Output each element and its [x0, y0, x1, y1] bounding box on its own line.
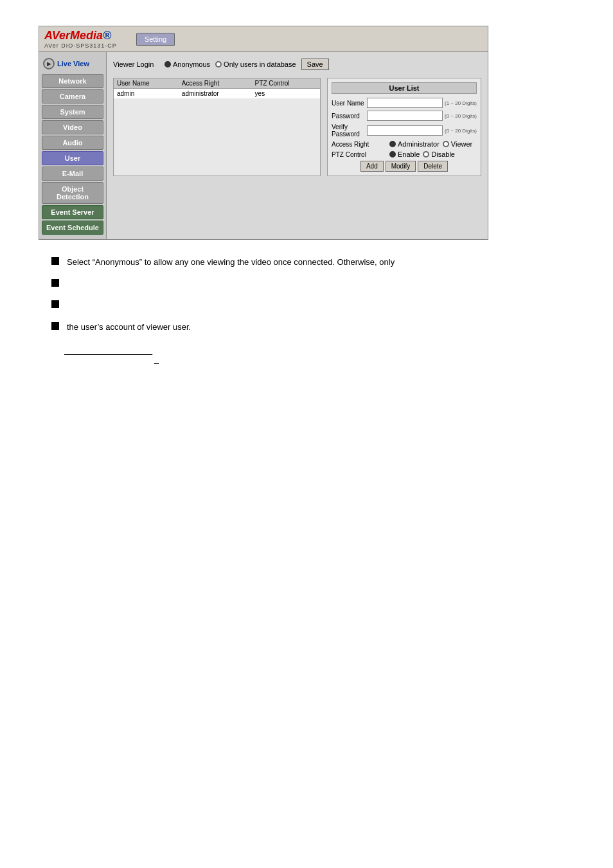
viewer-login-label: Viewer Login	[113, 60, 164, 68]
radio-disable-label: Disable	[431, 150, 455, 158]
password-label: Password	[332, 113, 367, 120]
cell-ptz-control: yes	[252, 89, 320, 99]
bullet-4-text: the user’s account of viewer user.	[67, 321, 191, 334]
sidebar-item-user[interactable]: User	[42, 151, 103, 165]
sidebar-live-view[interactable]: ▶ Live View	[39, 55, 106, 72]
bullet-3-text	[67, 299, 69, 312]
ptz-control-row: PTZ Control Enable Disable	[332, 150, 477, 158]
col-ptz-control: PTZ Control	[252, 78, 320, 89]
brand-name: AVerMedia®	[44, 29, 117, 42]
radio-enable-dot	[389, 151, 396, 158]
sidebar-item-video[interactable]: Video	[42, 120, 103, 134]
sidebar: ▶ Live View Network Camera System Video …	[39, 52, 107, 239]
brand-area: AVerMedia® AVer DIO-SPS3131-CP	[44, 29, 117, 49]
bullet-3-icon	[51, 300, 59, 308]
bullet-2-icon	[51, 279, 59, 287]
access-right-label: Access Right	[332, 141, 389, 148]
bullet-item-4: the user’s account of viewer user.	[51, 321, 562, 334]
modify-button[interactable]: Modify	[386, 161, 416, 172]
sidebar-item-object-detection[interactable]: Object Detection	[42, 182, 103, 204]
radio-enable-label: Enable	[398, 150, 420, 158]
viewer-login-row: Viewer Login Anonymous Only users in dat…	[113, 59, 481, 70]
user-name-label: User Name	[332, 100, 367, 107]
brand-media: Media	[70, 29, 103, 42]
dash-text: –	[64, 358, 562, 368]
radio-disable-dot	[423, 151, 429, 158]
radio-disable[interactable]: Disable	[423, 150, 455, 158]
user-name-row: User Name (1 ~ 20 Digits)	[332, 98, 477, 108]
radio-anonymous-dot	[164, 61, 171, 68]
ptz-control-radio-group: Enable Disable	[389, 150, 455, 158]
add-button[interactable]: Add	[360, 161, 384, 172]
app-body: ▶ Live View Network Camera System Video …	[39, 52, 488, 239]
radio-anonymous[interactable]: Anonymous	[164, 60, 210, 68]
brand-sub: AVer DIO-SPS3131-CP	[44, 42, 117, 49]
bullet-1-text: Select “Anonymous” to allow any one view…	[67, 256, 395, 269]
bullet-item-1: Select “Anonymous” to allow any one view…	[51, 256, 562, 269]
sidebar-item-camera[interactable]: Camera	[42, 89, 103, 104]
radio-group: Anonymous Only users in database Save	[164, 59, 329, 70]
table-row[interactable]: admin administrator yes	[114, 89, 320, 99]
verify-password-hint: (0 ~ 20 Digits)	[445, 128, 477, 134]
delete-button[interactable]: Delete	[418, 161, 448, 172]
ptz-control-label: PTZ Control	[332, 151, 389, 158]
access-right-radio-group: Administrator Viewer	[389, 140, 472, 148]
save-button[interactable]: Save	[301, 59, 329, 70]
radio-administrator-label: Administrator	[398, 140, 440, 148]
bullet-item-2	[51, 278, 562, 291]
sidebar-item-event-server[interactable]: Event Server	[42, 205, 103, 219]
underline-label	[64, 346, 154, 356]
user-table: User Name Access Right PTZ Control admin…	[113, 78, 321, 176]
main-content: Viewer Login Anonymous Only users in dat…	[107, 52, 488, 239]
bullet-1-icon	[51, 257, 59, 265]
radio-only-users-label: Only users in database	[224, 60, 296, 68]
sidebar-item-event-schedule[interactable]: Event Schedule	[42, 221, 103, 235]
action-buttons: Add Modify Delete	[332, 161, 477, 172]
radio-enable[interactable]: Enable	[389, 150, 420, 158]
brand-aver: AVer	[44, 29, 70, 42]
col-access-right: Access Right	[179, 78, 252, 89]
verify-password-row: Verify Password (0 ~ 20 Digits)	[332, 123, 477, 138]
sidebar-item-network[interactable]: Network	[42, 74, 103, 88]
radio-only-users-dot	[215, 61, 222, 68]
sidebar-item-system[interactable]: System	[42, 105, 103, 119]
bullet-item-3	[51, 299, 562, 312]
underline-section: –	[51, 346, 562, 368]
cell-access-right: administrator	[179, 89, 252, 99]
sidebar-item-email[interactable]: E-Mail	[42, 167, 103, 181]
radio-only-users[interactable]: Only users in database	[215, 60, 296, 68]
live-view-label: Live View	[57, 60, 89, 68]
user-list-panel: User List User Name (1 ~ 20 Digits) Pass…	[327, 78, 481, 176]
bullet-4-icon	[51, 322, 59, 330]
radio-viewer-label: Viewer	[451, 140, 472, 148]
verify-password-label: Verify Password	[332, 123, 367, 138]
radio-viewer[interactable]: Viewer	[443, 140, 472, 148]
radio-administrator[interactable]: Administrator	[389, 140, 440, 148]
verify-password-input[interactable]	[367, 125, 443, 136]
access-right-row: Access Right Administrator Viewer	[332, 140, 477, 148]
title-bar: AVerMedia® AVer DIO-SPS3131-CP Setting	[39, 26, 488, 52]
user-name-input[interactable]	[367, 98, 443, 108]
user-name-hint: (1 ~ 20 Digits)	[445, 100, 477, 106]
password-row: Password (0 ~ 20 Digits)	[332, 111, 477, 121]
radio-anonymous-label: Anonymous	[173, 60, 210, 68]
radio-administrator-dot	[389, 141, 396, 147]
col-username: User Name	[114, 78, 179, 89]
app-window: AVerMedia® AVer DIO-SPS3131-CP Setting ▶…	[39, 26, 488, 240]
radio-viewer-dot	[443, 141, 449, 147]
cell-username: admin	[114, 89, 179, 99]
table-section: User Name Access Right PTZ Control admin…	[113, 78, 481, 176]
password-input[interactable]	[367, 111, 443, 121]
sidebar-item-audio[interactable]: Audio	[42, 136, 103, 150]
bullet-2-text	[67, 278, 69, 291]
password-hint: (0 ~ 20 Digits)	[445, 113, 477, 119]
user-list-title: User List	[332, 82, 477, 94]
setting-tab[interactable]: Setting	[136, 33, 175, 46]
live-view-icon: ▶	[43, 58, 55, 69]
content-section: Select “Anonymous” to allow any one view…	[39, 256, 574, 368]
